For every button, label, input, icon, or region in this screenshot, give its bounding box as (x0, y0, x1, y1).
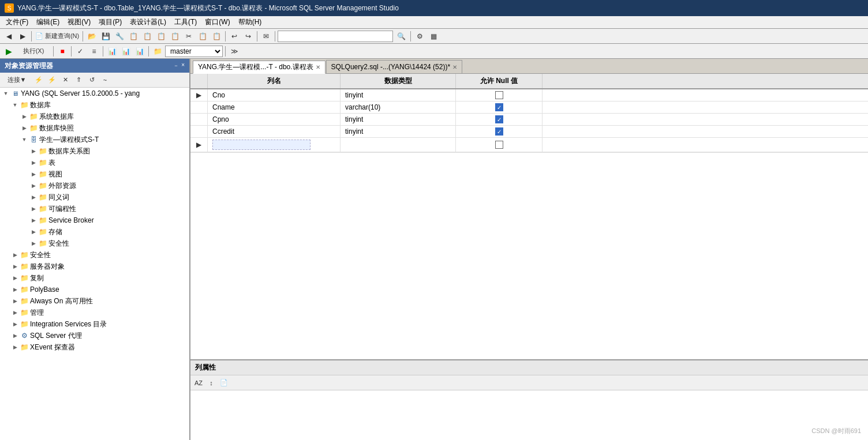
search-btn[interactable]: 🔍 (394, 31, 408, 42)
cell-name-2[interactable]: Cname (208, 101, 341, 113)
tool10[interactable]: 📋 (210, 31, 223, 42)
table-row[interactable]: Cname varchar(10) ✓ (190, 101, 868, 114)
back-btn[interactable]: ◀ (2, 31, 15, 42)
new-query-btn[interactable]: 📄 新建查询(N) (34, 31, 80, 42)
more-btn[interactable]: ≫ (228, 46, 241, 57)
expand-agent[interactable]: ▶ (10, 331, 20, 340)
checkbox-3[interactable]: ✓ (495, 115, 503, 123)
menu-view[interactable]: 视图(V) (64, 17, 94, 28)
filter-btn[interactable]: ~ (99, 74, 111, 86)
expand-diagrams[interactable]: ▶ (29, 146, 38, 156)
plan3-btn[interactable]: 📊 (133, 46, 146, 57)
tree-management[interactable]: ▶ 📁 管理 (0, 307, 189, 318)
tree-programmability[interactable]: ▶ 📁 可编程性 (0, 203, 189, 215)
expand-mgmt[interactable]: ▶ (10, 308, 20, 317)
table-row[interactable]: ▶ Cno tinyint (190, 89, 868, 101)
tool6[interactable]: 📋 (155, 31, 167, 42)
cell-null-2[interactable]: ✓ (456, 101, 542, 113)
tree-server-objects[interactable]: ▶ 📁 服务器对象 (0, 261, 189, 272)
cell-type-1[interactable]: tinyint (341, 89, 456, 101)
expand-ao[interactable]: ▶ (10, 296, 20, 306)
tree-diagrams[interactable]: ▶ 📁 数据库关系图 (0, 145, 189, 157)
tab-query[interactable]: SQLQuery2.sql -...(YANG\14424 (52))* ✕ (326, 60, 463, 73)
checkbox-new[interactable] (495, 141, 503, 149)
tree-storage[interactable]: ▶ 📁 存储 (0, 226, 189, 238)
redo-btn[interactable]: ↪ (242, 31, 255, 42)
expand-views[interactable]: ▶ (29, 170, 38, 179)
checkbox-2[interactable]: ✓ (495, 103, 503, 111)
tool5[interactable]: 📋 (141, 31, 154, 42)
parse2-btn[interactable]: ≡ (88, 46, 100, 57)
mail-btn[interactable]: ✉ (260, 31, 272, 42)
tool9[interactable]: 📋 (196, 31, 209, 42)
move-up-btn[interactable]: ⇑ (73, 74, 84, 86)
run-btn[interactable]: ▶ (2, 46, 15, 57)
tree-student-db[interactable]: ▼ 🗄 学生—课程模式S-T (0, 134, 189, 145)
cell-type-2[interactable]: varchar(10) (341, 101, 456, 113)
tree-polybase[interactable]: ▶ 📁 PolyBase (0, 284, 189, 295)
table-row[interactable]: Cpno tinyint ✓ (190, 114, 868, 126)
tree-tables[interactable]: ▶ 📁 表 (0, 157, 189, 168)
expand-repl[interactable]: ▶ (10, 273, 20, 283)
tree-external[interactable]: ▶ 📁 外部资源 (0, 180, 189, 191)
tool7[interactable]: 📋 (169, 31, 181, 42)
tool1[interactable]: 📂 (85, 31, 98, 42)
tree-service-broker[interactable]: ▶ 📁 Service Broker (0, 215, 189, 226)
cell-type-3[interactable]: tinyint (341, 114, 456, 125)
stop-btn[interactable]: ■ (56, 46, 69, 57)
expand-server-obj[interactable]: ▶ (10, 262, 20, 271)
expand-prog[interactable]: ▶ (29, 204, 38, 213)
tree-databases[interactable]: ▼ 📁 数据库 (0, 99, 189, 111)
tree-xevent[interactable]: ▶ 📁 XEvent 探查器 (0, 341, 189, 353)
menu-help[interactable]: 帮助(H) (235, 17, 265, 28)
tree-alwayson[interactable]: ▶ 📁 Always On 高可用性 (0, 295, 189, 307)
tree-views[interactable]: ▶ 📁 视图 (0, 168, 189, 180)
tab-close-2[interactable]: ✕ (452, 64, 457, 70)
expand-sysdb[interactable]: ▶ (20, 112, 29, 121)
cell-null-3[interactable]: ✓ (456, 114, 542, 125)
cell-null-1[interactable] (456, 89, 542, 101)
tool3[interactable]: 🔧 (113, 31, 126, 42)
tool8[interactable]: ✂ (182, 31, 195, 42)
checkbox-4[interactable]: ✓ (495, 127, 503, 136)
stop-obj-btn[interactable]: ⚡ (46, 74, 58, 86)
expand-tables[interactable]: ▶ (29, 158, 38, 167)
parse-btn[interactable]: ✓ (74, 46, 87, 57)
refresh-btn[interactable]: ↺ (86, 74, 98, 86)
db-combo-btn[interactable]: 📁 (151, 46, 164, 57)
expand-databases[interactable]: ▼ (10, 100, 20, 110)
tree-integration[interactable]: ▶ 📁 Integration Services 目录 (0, 318, 189, 330)
execute-btn[interactable]: 执行(X) (16, 46, 51, 57)
panel-float-btn[interactable]: × (181, 62, 185, 70)
expand-server-sec[interactable]: ▶ (10, 250, 20, 260)
prop-page-btn[interactable]: 📄 (218, 377, 230, 389)
cell-name-1[interactable]: Cno (208, 89, 341, 101)
expand-storage[interactable]: ▶ (29, 227, 38, 236)
expand-studentdb[interactable]: ▼ (20, 135, 29, 144)
expand-synonyms[interactable]: ▶ (29, 193, 38, 202)
layout-btn[interactable]: ▦ (427, 31, 440, 42)
menu-edit[interactable]: 编辑(E) (33, 17, 63, 28)
new-row[interactable]: ▶ (190, 138, 868, 152)
panel-pin-btn[interactable]: － (173, 62, 179, 70)
prop-sort-btn[interactable]: AZ (193, 377, 204, 389)
forward-btn[interactable]: ▶ (16, 31, 29, 42)
tool2[interactable]: 💾 (99, 31, 112, 42)
undo-btn[interactable]: ↩ (228, 31, 241, 42)
expand-server[interactable]: ▼ (1, 89, 10, 98)
new-row-null[interactable] (456, 138, 542, 152)
prop-category-btn[interactable]: ↕ (205, 377, 217, 389)
tree-sql-agent[interactable]: ▶ ⚙ SQL Server 代理 (0, 330, 189, 341)
menu-project[interactable]: 项目(P) (95, 17, 125, 28)
tree-synonyms[interactable]: ▶ 📁 同义词 (0, 191, 189, 203)
connect-btn[interactable]: 连接▼ (2, 74, 31, 86)
menu-tools[interactable]: 工具(T) (171, 17, 200, 28)
new-row-input[interactable] (208, 138, 341, 152)
cell-name-4[interactable]: Ccredit (208, 126, 341, 137)
cell-type-4[interactable]: tinyint (341, 126, 456, 137)
new-row-type[interactable] (341, 138, 456, 152)
cell-null-4[interactable]: ✓ (456, 126, 542, 137)
expand-poly[interactable]: ▶ (10, 285, 20, 294)
plan2-btn[interactable]: 📊 (119, 46, 132, 57)
expand-is[interactable]: ▶ (10, 319, 20, 329)
